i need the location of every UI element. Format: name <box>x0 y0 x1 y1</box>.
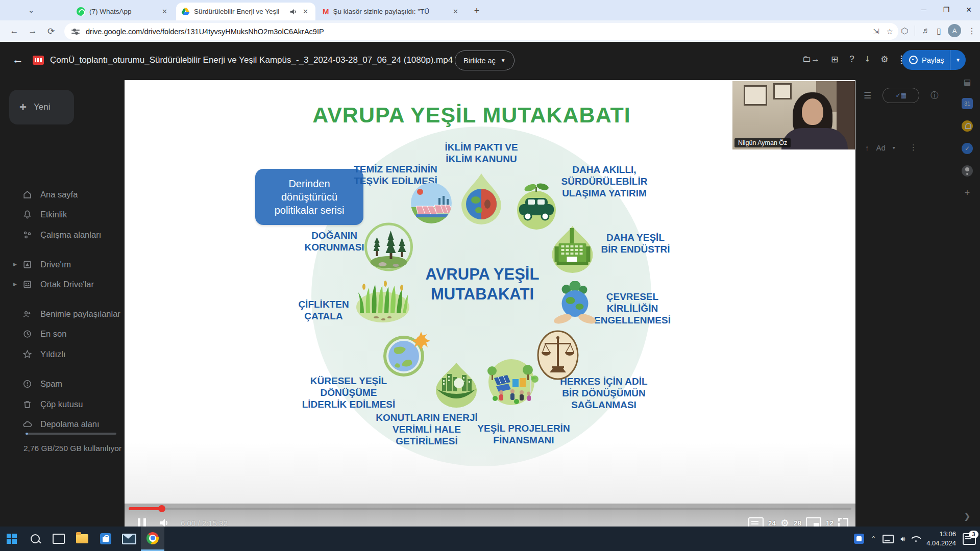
reload-icon[interactable]: ⟳ <box>44 24 58 38</box>
extensions-puzzle-icon[interactable]: ⬡ <box>901 26 908 36</box>
new-button[interactable]: + Yeni <box>9 90 74 124</box>
start-button[interactable] <box>0 527 23 551</box>
network-icon[interactable] <box>912 536 920 542</box>
mail-icon <box>122 534 136 544</box>
sidebar-item-home[interactable]: Ana sayfa <box>0 186 125 203</box>
media-controls-icon[interactable]: ♬ <box>922 26 930 35</box>
mail-button[interactable] <box>117 527 141 551</box>
contacts-icon[interactable] <box>962 165 973 177</box>
taskbar-search-button[interactable] <box>23 527 47 551</box>
action-center-icon[interactable]: 3 <box>963 533 976 545</box>
site-settings-icon[interactable] <box>71 28 80 36</box>
sidebar-item-shared-drives[interactable]: ▶ Ortak Drive'lar <box>0 276 125 293</box>
sort-caret-icon: ▾ <box>893 145 895 151</box>
sort-direction-arrow-icon[interactable]: ↑ <box>865 143 869 152</box>
info-icon[interactable]: ⓘ <box>930 90 939 101</box>
sidebar-item-label: Drive'ım <box>40 260 71 269</box>
install-app-icon[interactable]: ⇲ <box>873 27 879 36</box>
keep-icon[interactable] <box>962 120 973 132</box>
speaker-body <box>781 128 848 149</box>
tab-audio-icon[interactable] <box>289 8 297 15</box>
address-bar[interactable]: drive.google.com/drive/folders/131U4tyvs… <box>64 23 898 40</box>
help-icon[interactable]: ? <box>849 54 854 65</box>
tab-search-chevron-icon[interactable]: ⌄ <box>24 4 38 16</box>
add-shortcut-icon[interactable]: ⊞ <box>831 54 838 65</box>
profile-avatar[interactable]: A <box>948 24 961 37</box>
microsoft-store-button[interactable] <box>94 527 117 551</box>
tray-app-icon[interactable] <box>854 534 864 544</box>
expand-triangle-icon[interactable]: ▶ <box>13 262 17 267</box>
plus-icon: + <box>19 100 27 114</box>
window-controls: ─ ❐ ✕ <box>913 0 980 19</box>
back-icon[interactable]: ← <box>7 24 21 38</box>
store-icon <box>100 533 111 544</box>
touch-keyboard-icon[interactable] <box>883 535 894 543</box>
open-with-label: Birlikte aç <box>463 57 496 65</box>
hide-side-panel-icon[interactable]: ▤ <box>964 78 971 87</box>
sidebar-item-activity[interactable]: Etkinlik <box>0 206 125 223</box>
list-view-icon[interactable]: ☰ <box>864 90 871 101</box>
tab-close-icon[interactable]: ✕ <box>451 7 460 16</box>
sidebar-item-storage[interactable]: Depolama alanı <box>0 415 125 433</box>
global-globe-sun-icon <box>381 332 431 379</box>
slide-label-just-transition: HERKES İÇİN ADİL BİR DÖNÜŞÜMÜN SAĞLANMAS… <box>560 375 647 411</box>
file-explorer-button[interactable] <box>70 527 94 551</box>
minimize-button[interactable]: ─ <box>913 0 935 19</box>
share-button[interactable]: Paylaş ▼ <box>902 50 966 70</box>
video-player[interactable]: AVRUPA YEŞİL MUTAKABATI AVRUPA YEŞİL MUT… <box>125 80 855 535</box>
new-tab-button[interactable]: + <box>471 5 483 17</box>
back-arrow-icon[interactable]: ← <box>12 53 23 66</box>
sidebar-item-label: Etkinlik <box>40 210 67 219</box>
get-addons-plus-icon[interactable]: + <box>965 188 970 198</box>
share-label: Paylaş <box>922 56 944 64</box>
sidebar-item-trash[interactable]: Çöp kutusu <box>0 395 125 413</box>
tab-title: Şu klasör sizinle paylaşıldı: "TÜ <box>333 8 447 15</box>
close-window-button[interactable]: ✕ <box>958 0 980 19</box>
tasks-icon[interactable] <box>962 143 973 154</box>
download-icon[interactable]: ⤓ <box>866 54 870 65</box>
sidebar-item-recent[interactable]: En son <box>0 325 125 342</box>
bookmark-star-icon[interactable]: ☆ <box>887 27 893 36</box>
task-view-icon <box>53 534 65 544</box>
side-panel-icon[interactable]: ▯ <box>937 26 941 36</box>
folder-icon <box>76 534 88 543</box>
open-with-button[interactable]: Birlikte aç ▼ <box>455 51 514 70</box>
tab-whatsapp[interactable]: (7) WhatsApp ✕ <box>71 3 175 20</box>
calendar-icon[interactable] <box>962 98 973 109</box>
show-side-panel-chevron-icon[interactable]: ❯ <box>964 511 970 521</box>
speaker-icon[interactable]: 🔊︎ <box>900 535 905 543</box>
restore-button[interactable]: ❐ <box>935 0 958 19</box>
search-icon <box>31 534 40 543</box>
taskbar-clock[interactable]: 13:06 4.04.2024 <box>926 530 956 547</box>
sidebar-item-workspaces[interactable]: Çalışma alanları <box>0 226 125 243</box>
share-dropdown[interactable]: ▼ <box>950 50 966 70</box>
tab-drive-active[interactable]: Sürdürülebilir Enerji ve Yeşil ✕ <box>176 3 315 20</box>
chrome-taskbar-button[interactable] <box>141 527 164 551</box>
speaker-name-label: Nilgün Ayman Öz <box>734 138 791 147</box>
settings-gear-icon[interactable]: ⚙ <box>880 54 888 65</box>
more-options-icon[interactable]: ⋮ <box>910 143 917 152</box>
hidden-icons-chevron-icon[interactable]: ⌃ <box>871 535 876 542</box>
overlay-number-a: 24 <box>768 519 776 527</box>
forward-icon[interactable]: → <box>26 24 40 38</box>
sidebar-item-starred[interactable]: Yıldızlı <box>0 345 125 363</box>
sidebar-item-spam[interactable]: Spam <box>0 375 125 392</box>
tab-close-icon[interactable]: ✕ <box>301 7 310 16</box>
sidebar-item-my-drive[interactable]: ▶ Drive'ım <box>0 256 125 273</box>
chrome-menu-icon[interactable]: ⋮ <box>968 26 976 36</box>
tab-close-icon[interactable]: ✕ <box>160 7 169 16</box>
file-name: ÇomÜ_toplantı_oturumu_Sürdürülebilir Ene… <box>50 55 453 65</box>
overlay-number-c: 12 <box>826 519 834 527</box>
restricted-lock-icon <box>909 56 918 64</box>
url-text: drive.google.com/drive/folders/131U4tyvs… <box>86 28 324 36</box>
video-progress-bar[interactable] <box>129 508 851 510</box>
tab-gmail[interactable]: M Şu klasör sizinle paylaşıldı: "TÜ ✕ <box>317 3 465 20</box>
screen: ⌄ (7) WhatsApp ✕ Sürdürülebilir Enerji v… <box>0 0 980 551</box>
task-view-button[interactable] <box>47 527 70 551</box>
layout-toggle[interactable]: ✓▦ <box>883 88 919 103</box>
add-to-folder-icon[interactable]: 🗀→ <box>802 54 820 65</box>
expand-triangle-icon[interactable]: ▶ <box>13 282 17 287</box>
sidebar-item-shared-with-me[interactable]: Benimle paylaşılanlar <box>0 305 125 322</box>
sort-by-label[interactable]: Ad <box>876 143 886 152</box>
webcam-overlay: Nilgün Ayman Öz <box>732 81 855 149</box>
